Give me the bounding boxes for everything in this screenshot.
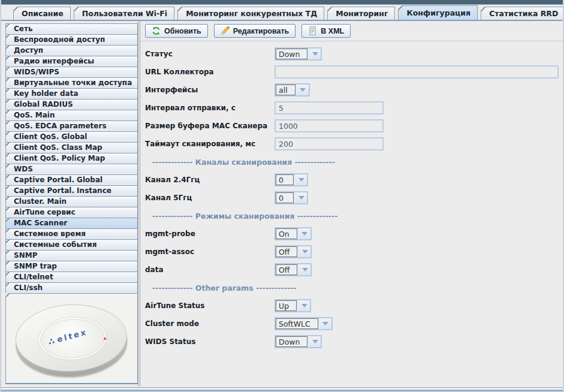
sidebar-item-qos-main[interactable]: QoS. Main <box>5 110 138 121</box>
sidebar-item-captive-portal-global[interactable]: Captive Portal. Global <box>5 174 138 186</box>
sidebar-item-airtune-servis[interactable]: AirTune сервис <box>5 207 138 218</box>
sidebar-item-client-qos-policy-map[interactable]: Client QoS. Policy Map <box>5 153 138 164</box>
sidebar-item-global-radius[interactable]: Global RADIUS <box>5 99 138 110</box>
section-header-label: ------------- Режимы сканирования ------… <box>152 212 337 221</box>
device-panel: eltex <box>5 293 138 384</box>
sidebar-item-wds[interactable]: WDS <box>5 164 138 175</box>
sidebar-item-label: AirTune сервис <box>14 208 76 216</box>
sidebar-item-cli-telnet[interactable]: CLI/telnet <box>5 272 138 283</box>
combo-wids-status[interactable]: Down <box>275 335 322 348</box>
combo-arrow-icon[interactable] <box>299 264 310 275</box>
sidebar-item-label: Key holder data <box>14 89 78 98</box>
combo-mgmt-probe[interactable]: On <box>275 227 312 240</box>
sidebar-item-label: CLI/ssh <box>14 284 43 292</box>
field-label-airtune-status: AirTune Status <box>144 301 275 310</box>
sidebar-item-set[interactable]: Сеть <box>5 23 138 35</box>
combo-value: Down <box>276 336 307 347</box>
combo-arrow-icon[interactable] <box>320 318 331 329</box>
combo-arrow-icon[interactable] <box>297 85 309 95</box>
app-window: ОписаниеПользователи Wi-FiМониторинг кон… <box>0 0 564 392</box>
field-label-tajmaut: Таймаут сканирования, мс <box>144 140 275 148</box>
combo-cluster-mode[interactable]: SoftWLC <box>275 317 333 330</box>
field-label-interval-otpravki: Интервал отправки, с <box>144 104 275 112</box>
sidebar-menu: СетьБеспроводной доступДоступРадио интер… <box>5 23 138 294</box>
sidebar-item-radio-interfejsy[interactable]: Радио интерфейсы <box>5 56 138 67</box>
sidebar-item-client-qos-class-map[interactable]: Client QoS. Class Map <box>5 142 138 153</box>
combo-airtune-status[interactable]: Up <box>275 299 311 312</box>
sidebar-item-label: Global RADIUS <box>14 100 73 108</box>
sidebar-item-client-qos-global[interactable]: Client QoS. Global <box>5 131 138 143</box>
sidebar-item-label: Системные события <box>14 240 96 249</box>
sidebar-item-sistemnoe-vremya[interactable]: Системное время <box>5 228 138 240</box>
edit-button[interactable]: Редактировать <box>214 24 295 38</box>
combo-mgmt-assoc[interactable]: Off <box>275 245 312 258</box>
sidebar-item-label: Радио интерфейсы <box>14 57 94 65</box>
text-field-interval-otpravki[interactable] <box>275 101 384 114</box>
sidebar-item-label: Виртуальные точки доступа <box>14 79 132 87</box>
sidebar-item-snmp-trap[interactable]: SNMP trap <box>5 261 138 272</box>
combo-arrow-icon[interactable] <box>309 336 321 347</box>
combo-arrow-icon[interactable] <box>295 192 307 203</box>
field-label-data: data <box>144 266 275 274</box>
combo-arrow-icon[interactable] <box>309 49 321 59</box>
combo-data[interactable]: Off <box>275 263 312 276</box>
body: СетьБеспроводной доступДоступРадио интер… <box>1 21 563 387</box>
tab-label: Статистика RRD <box>489 9 558 18</box>
tab-opisanie[interactable]: Описание <box>13 7 71 20</box>
sidebar-item-sistemnye-sobytiya[interactable]: Системные события <box>5 239 138 251</box>
section-header-kanaly-skanirovaniya: ------------- Каналы сканирования ------… <box>144 155 560 168</box>
field-label-status: Статус <box>144 50 275 58</box>
tab-label: Конфигурация <box>406 8 470 17</box>
combo-arrow-icon[interactable] <box>298 300 310 311</box>
sidebar-item-cli-ssh[interactable]: CLI/ssh <box>5 282 138 294</box>
sidebar-item-captive-portal-instance[interactable]: Captive Portal. Instance <box>5 185 138 197</box>
sidebar-item-dostup[interactable]: Доступ <box>5 45 138 56</box>
sidebar-item-label: Captive Portal. Instance <box>14 186 111 195</box>
device-image: eltex <box>11 297 132 382</box>
sidebar-item-label: WIDS/WIPS <box>14 68 59 76</box>
form-row-interfejsy: Интерфейсыall <box>144 83 560 97</box>
window-top-strip <box>1 0 563 5</box>
tab-monitoring[interactable]: Мониторинг <box>327 7 395 20</box>
combo-arrow-icon[interactable] <box>299 228 310 239</box>
combo-kanal-5ggc[interactable]: 0 <box>275 191 308 204</box>
sidebar-item-label: Беспроводной доступ <box>14 35 105 44</box>
field-label-wids-status: WIDS Status <box>144 337 275 346</box>
sidebar-item-besprovodnoj-dostup[interactable]: Беспроводной доступ <box>5 34 138 46</box>
toolbar: Обновить Редактировать <box>140 21 563 41</box>
combo-value: 0 <box>276 192 294 203</box>
sidebar-item-label: Captive Portal. Global <box>14 176 102 184</box>
sidebar-item-virtualnye-tochki[interactable]: Виртуальные точки доступа <box>5 77 138 89</box>
sidebar-item-snmp[interactable]: SNMP <box>5 250 138 261</box>
sidebar-item-key-holder-data[interactable]: Key holder data <box>5 88 138 99</box>
field-label-kanal-5ggc: Канал 5Ггц <box>144 194 275 202</box>
sidebar-item-qos-edca[interactable]: QoS. EDCA parameters <box>5 120 138 132</box>
combo-status[interactable]: Down <box>275 47 322 61</box>
form-row-cluster-mode: Cluster modeSoftWLC <box>144 317 560 330</box>
field-label-interfejsy: Интерфейсы <box>144 86 275 94</box>
form-row-kanal-24ggc: Канал 2.4Ггц0 <box>144 173 560 186</box>
combo-value: Off <box>276 264 297 275</box>
combo-kanal-24ggc[interactable]: 0 <box>275 173 308 186</box>
sidebar-item-mac-scanner[interactable]: MAC Scanner <box>5 218 138 229</box>
sidebar-item-cluster-main[interactable]: Cluster. Main <box>5 196 138 207</box>
tab-monitoring-konkurent[interactable]: Мониторинг конкурентных ТД <box>177 7 324 20</box>
section-header-rezhimy-skanirovaniya: ------------- Режимы сканирования ------… <box>144 209 560 222</box>
refresh-button[interactable]: Обновить <box>145 24 208 38</box>
text-field-url-kollektora[interactable] <box>275 65 559 79</box>
tab-statistika-rrd[interactable]: Статистика RRD <box>481 7 564 20</box>
sidebar-item-label: Доступ <box>14 46 43 55</box>
config-form: СтатусDownURL КоллектораИнтерфейсыallИнт… <box>140 41 563 353</box>
to-xml-button[interactable]: В XML <box>301 24 351 38</box>
tab-polzovateli-wifi[interactable]: Пользователи Wi-Fi <box>74 7 174 20</box>
xml-document-icon <box>308 26 317 35</box>
text-field-razmer-bufera[interactable] <box>275 119 384 132</box>
section-header-label: ------------- Other params ------------- <box>152 284 297 293</box>
tab-konfiguraciya[interactable]: Конфигурация <box>398 5 478 20</box>
text-field-tajmaut[interactable] <box>275 137 384 150</box>
sidebar-item-wids-wips[interactable]: WIDS/WIPS <box>5 67 138 78</box>
sidebar-item-label: Client QoS. Policy Map <box>14 154 105 162</box>
combo-arrow-icon[interactable] <box>299 246 310 257</box>
combo-interfejsy[interactable]: all <box>275 83 310 97</box>
combo-arrow-icon[interactable] <box>295 174 307 185</box>
